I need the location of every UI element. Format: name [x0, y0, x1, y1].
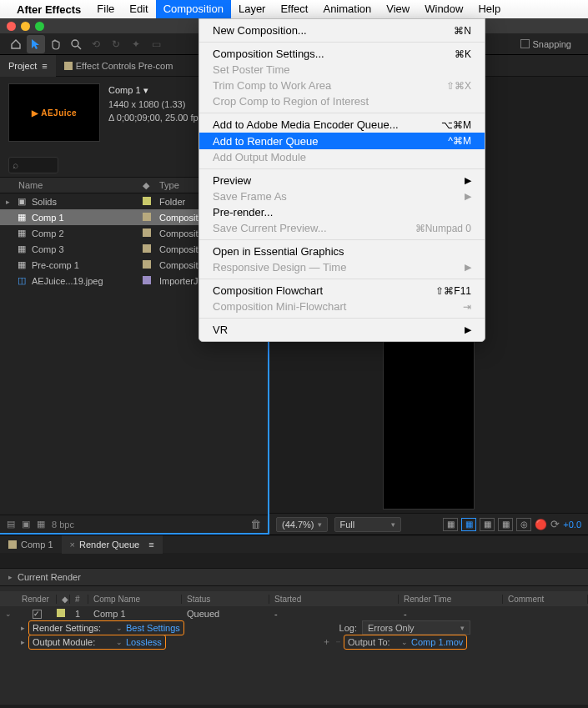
snapping-toggle[interactable]: Snapping [520, 39, 572, 49]
comp-icon: ▦ [15, 244, 28, 254]
anchor-tool[interactable]: ✦ [127, 35, 145, 53]
menu-view[interactable]: View [379, 0, 417, 18]
target-icon[interactable]: ◎ [516, 518, 531, 531]
menu-help[interactable]: Help [470, 0, 508, 18]
comp-icon: ▦ [15, 213, 28, 223]
tab-render-queue[interactable]: × Render Queue ≡ [62, 535, 163, 554]
snapping-checkbox[interactable] [520, 39, 530, 48]
col-status[interactable]: Status [182, 595, 269, 604]
log-label: Log: [320, 623, 362, 633]
menu-effect[interactable]: Effect [273, 0, 315, 18]
menu-item[interactable]: Add to Render Queue^⌘M [199, 133, 485, 149]
menu-file[interactable]: File [89, 0, 122, 18]
menu-item[interactable]: New Composition...⌘N [199, 23, 485, 38]
exposure-value[interactable]: +0.0 [563, 520, 581, 530]
col-compname[interactable]: Comp Name [88, 595, 182, 604]
col-started[interactable]: Started [269, 595, 399, 604]
rq-column-header: Render ◆ # Comp Name Status Started Rend… [0, 591, 588, 606]
transparency-grid-icon[interactable]: ▦ [443, 518, 458, 531]
disclosure-icon[interactable]: ▸ [8, 573, 13, 581]
composition-menu-dropdown: New Composition...⌘NComposition Settings… [199, 18, 485, 342]
project-search[interactable]: ⌕ [8, 157, 58, 173]
color-icon[interactable]: 🔴 [535, 519, 547, 530]
rq-item-row[interactable]: ⌄ ✓ 1 Comp 1 Queued - - [0, 606, 588, 620]
comp-tag-icon [64, 62, 73, 70]
remove-output-icon[interactable]: － [332, 635, 344, 648]
dropdown-icon[interactable]: ⌄ [401, 638, 408, 646]
menu-item[interactable]: Preview▶ [199, 173, 485, 188]
menu-item: Save Current Preview...⌘Numpad 0 [199, 220, 485, 236]
col-rendertime[interactable]: Render Time [399, 595, 503, 604]
log-dropdown[interactable]: Errors Only▾ [362, 620, 470, 635]
new-folder-icon[interactable]: ▣ [22, 519, 30, 530]
menu-edit[interactable]: Edit [122, 0, 155, 18]
add-output-icon[interactable]: ＋ [320, 635, 332, 648]
close-tab-icon[interactable]: × [70, 535, 75, 554]
menu-item[interactable]: VR▶ [199, 322, 485, 338]
rotate-tool[interactable]: ↻ [107, 35, 125, 53]
hand-tool[interactable] [47, 35, 65, 53]
menu-item: Responsive Design — Time▶ [199, 259, 485, 275]
tag-swatch [143, 197, 151, 205]
guides-icon[interactable]: ▦ [480, 518, 495, 531]
menu-item: Crop Comp to Region of Interest [199, 93, 485, 109]
trash-icon[interactable]: 🗑 [250, 518, 261, 530]
menu-item[interactable]: Open in Essential Graphics [199, 244, 485, 259]
dropdown-icon[interactable]: ⌄ [116, 624, 123, 632]
mask-icon[interactable]: ▦ [461, 518, 476, 531]
grid-icon[interactable]: ▦ [498, 518, 513, 531]
minimize-window-button[interactable] [21, 22, 30, 31]
tab-timeline-comp1[interactable]: Comp 1 [0, 535, 62, 554]
project-footer: ▤ ▣ ▦ 8 bpc 🗑 [0, 515, 268, 535]
menu-item[interactable]: Composition Flowchart⇧⌘F11 [199, 283, 485, 299]
tag-swatch [143, 228, 151, 237]
disclosure-icon[interactable]: ▸ [17, 638, 28, 646]
tab-project[interactable]: Project ≡ [0, 55, 56, 77]
menu-animation[interactable]: Animation [315, 0, 379, 18]
zoom-tool[interactable] [67, 35, 85, 53]
selected-comp-title[interactable]: Comp 1 ▾ [108, 83, 203, 98]
tag-swatch [143, 244, 151, 253]
menu-item[interactable]: Add to Adobe Media Encoder Queue...⌥⌘M [199, 117, 485, 133]
zoom-dropdown[interactable]: (44.7%)▾ [276, 517, 328, 532]
zoom-window-button[interactable] [35, 22, 44, 31]
bpc-toggle[interactable]: 8 bpc [52, 520, 74, 530]
output-module-link[interactable]: Lossless [126, 637, 162, 647]
col-render[interactable]: Render [17, 595, 57, 604]
selection-tool[interactable] [27, 35, 45, 53]
close-window-button[interactable] [7, 22, 16, 31]
disclosure-icon[interactable]: ⌄ [0, 610, 17, 618]
col-name[interactable]: Name [15, 180, 143, 190]
output-to-label: Output To: [348, 637, 401, 647]
render-settings-row: ▸ Render Settings: ⌄ Best Settings [0, 620, 320, 635]
new-comp-icon[interactable]: ▦ [37, 519, 45, 530]
log-row: Log: Errors Only▾ [320, 620, 588, 635]
resolution-dropdown[interactable]: Full▾ [334, 517, 401, 532]
home-button[interactable] [7, 35, 25, 53]
col-num[interactable]: # [70, 595, 88, 604]
app-name[interactable]: After Effects [17, 3, 81, 16]
reset-icon[interactable]: ⟳ [550, 518, 560, 530]
menu-item[interactable]: Pre-render... [199, 204, 485, 220]
orbit-tool[interactable]: ⟲ [87, 35, 105, 53]
output-to-link[interactable]: Comp 1.mov [411, 637, 463, 647]
current-render-row[interactable]: ▸ Current Render [0, 568, 588, 586]
tab-effect-controls[interactable]: Effect Controls Pre-com [56, 55, 182, 77]
render-settings-link[interactable]: Best Settings [126, 623, 180, 633]
output-module-label: Output Module: [33, 637, 116, 647]
jpeg-icon: ◫ [15, 276, 28, 286]
disclosure-icon[interactable]: ▸ [17, 624, 28, 632]
menu-layer[interactable]: Layer [231, 0, 274, 18]
dropdown-icon[interactable]: ⌄ [116, 638, 123, 646]
col-comment[interactable]: Comment [503, 595, 588, 604]
comp-thumbnail[interactable]: ▶ AEJuice [8, 83, 100, 142]
menu-item[interactable]: Composition Settings...⌘K [199, 46, 485, 62]
svg-point-0 [72, 40, 78, 47]
render-checkbox[interactable]: ✓ [33, 610, 42, 619]
menu-composition[interactable]: Composition [156, 0, 231, 18]
rect-tool[interactable]: ▭ [147, 35, 165, 53]
col-tag[interactable]: ◆ [143, 180, 159, 191]
menu-window[interactable]: Window [417, 0, 470, 18]
comp-icon: ▦ [15, 260, 28, 270]
interpret-footage-icon[interactable]: ▤ [7, 519, 15, 530]
